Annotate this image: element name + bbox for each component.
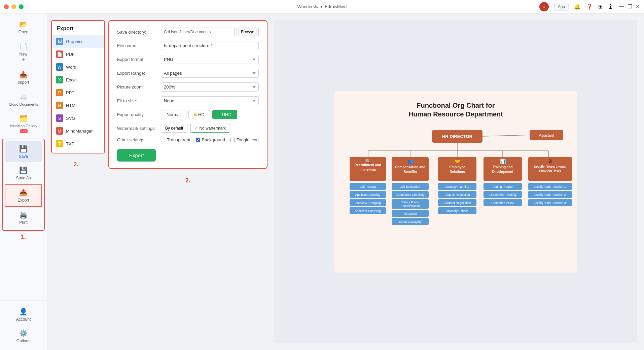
sidebar-item-save[interactable]: 💾 Save (5, 141, 42, 162)
transparent-label: Transparent (167, 137, 190, 142)
wnd-minimize-icon[interactable]: — (619, 3, 624, 10)
toggle-icon-checkbox[interactable] (230, 138, 235, 142)
app-title: Wondershare EdrawMind (297, 4, 347, 9)
avatar[interactable]: U (539, 2, 549, 11)
export-range-select[interactable]: All pages Current page (161, 69, 259, 78)
quality-hd-button[interactable]: HD (188, 110, 210, 119)
export-item-txt[interactable]: T TXT (52, 137, 104, 150)
sidebar-item-cloud[interactable]: ☁️ Cloud Documents (2, 90, 45, 110)
watermark-none-button[interactable]: ✓ No wartermark (190, 124, 230, 133)
sidebar-item-gallery[interactable]: 🗂️ MindMap Gallery Hot (2, 111, 45, 137)
transparent-checkbox-item[interactable]: Transparent (161, 137, 190, 142)
trash-icon[interactable]: 🗑 (608, 4, 613, 10)
step-1-label: 1. (0, 234, 47, 241)
txt-icon: T (56, 140, 63, 147)
step-2-label: 2. (47, 162, 105, 168)
file-name-input[interactable] (161, 41, 259, 50)
other-settings-control: Transparent Background Toggle icon (161, 137, 259, 142)
wnd-restore-icon[interactable]: ❐ (628, 3, 632, 10)
save-directory-control: Browse (161, 28, 259, 36)
sidebar-item-export[interactable]: 📤 Export (5, 184, 42, 207)
export-format-select[interactable]: PNG JPG BMP SVG (161, 55, 259, 64)
sidebar-label-save: Save (19, 154, 28, 159)
export-item-html[interactable]: H HTML (52, 99, 104, 112)
svg-text:Applicant Choosing: Applicant Choosing (355, 209, 381, 213)
svg-text:Specify "Sub-Function 3": Specify "Sub-Function 3" (534, 201, 567, 205)
sidebar-label-export: Export (17, 198, 29, 203)
fit-to-size-label: Fit to size: (117, 98, 157, 103)
svg-text:Strategy Planning: Strategy Planning (445, 185, 469, 188)
export-range-control: All pages Current page (161, 69, 259, 78)
sidebar-label-account: Account (16, 317, 31, 322)
help-icon[interactable]: ❓ (586, 3, 593, 10)
sidebar-item-print[interactable]: 🖨️ Print (5, 207, 42, 228)
fit-to-size-select[interactable]: None Fit to page (161, 96, 259, 105)
export-item-mindmanager[interactable]: M MindManager (52, 125, 104, 137)
export-label-ppt: PPT (66, 90, 74, 95)
grid-icon[interactable]: ⊞ (598, 3, 603, 10)
export-item-ppt[interactable]: P PPT (52, 86, 104, 99)
toggle-icon-checkbox-item[interactable]: Toggle icon (230, 137, 259, 142)
export-format-row: Export format: PNG JPG BMP SVG (117, 55, 259, 64)
background-checkbox-item[interactable]: Background (196, 137, 225, 142)
notification-icon[interactable]: 🔔 (574, 3, 581, 10)
quality-uhd-button[interactable]: UHD (212, 110, 237, 119)
sidebar-item-save-as[interactable]: 💾 Save As (5, 163, 42, 184)
org-title-line1: Functional Org Chart for (417, 102, 495, 109)
file-name-label: File name: (117, 43, 157, 48)
export-item-excel[interactable]: X Excel (52, 73, 104, 86)
svg-text:Applicant Sourcing: Applicant Sourcing (355, 193, 381, 197)
watermark-default-button[interactable]: By default (161, 124, 187, 133)
quality-normal-button[interactable]: Normal (161, 110, 186, 119)
export-panel-wrapper: Export 🖼 Graphics 📄 PDF W Word X Excel (47, 13, 105, 350)
svg-text:Training and: Training and (493, 165, 513, 169)
quality-uhd-label: UHD (222, 112, 231, 117)
svg-text:📊: 📊 (500, 159, 506, 164)
browse-button[interactable]: Browse (237, 28, 259, 36)
svg-text:Development: Development (492, 170, 513, 174)
transparent-checkbox[interactable] (161, 138, 165, 142)
export-item-graphics[interactable]: 🖼 Graphics (52, 35, 104, 48)
export-item-pdf[interactable]: 📄 PDF (52, 48, 104, 61)
svg-text:Compensation and: Compensation and (395, 165, 425, 169)
excel-icon: X (56, 76, 63, 83)
fit-to-size-control: None Fit to page (161, 96, 259, 105)
ppt-icon: P (56, 89, 63, 96)
watermark-row: Watermark settings: By default ✓ No wart… (117, 124, 259, 133)
wnd-close-icon[interactable]: ✕ (636, 3, 640, 10)
maximize-button[interactable] (19, 4, 24, 9)
sidebar-item-account[interactable]: 👤 Account (2, 304, 45, 325)
save-as-icon: 💾 (19, 166, 28, 174)
close-button[interactable] (4, 4, 9, 9)
main-layout: 📂 Open 📄 New + 📥 Import ☁️ Cloud Documen… (0, 13, 644, 350)
app-button[interactable]: App (554, 3, 569, 11)
quality-buttons: Normal HD UHD (161, 110, 259, 119)
export-item-word[interactable]: W Word (52, 61, 104, 73)
export-button[interactable]: Export (117, 149, 156, 162)
sidebar-item-open[interactable]: 📂 Open (2, 17, 45, 38)
picture-zoom-label: Picture zoom: (117, 84, 157, 90)
sidebar-label-save-as: Save As (16, 176, 31, 180)
sidebar-label-new: New (19, 52, 27, 57)
picture-zoom-select[interactable]: 100% 150% 200% 300% (161, 82, 259, 92)
org-chart-title: Functional Org Chart for Human Resource … (348, 101, 563, 118)
cloud-icon: ☁️ (19, 93, 28, 101)
export-label-pdf: PDF (66, 52, 75, 57)
sidebar-item-import[interactable]: 📥 Import (2, 67, 45, 88)
sidebar-label-import: Import (17, 80, 29, 85)
sidebar-item-new[interactable]: 📄 New + (2, 39, 45, 66)
save-directory-input[interactable] (161, 28, 235, 36)
svg-text:HR DIRECTOR: HR DIRECTOR (442, 134, 473, 139)
svg-text:Leadership Training: Leadership Training (490, 193, 516, 197)
import-icon: 📥 (19, 71, 28, 79)
svg-text:Relations: Relations (450, 170, 465, 174)
toggle-icon-label: Toggle icon (237, 137, 259, 142)
sidebar-item-options[interactable]: ⚙️ Options (2, 326, 45, 347)
sidebar-label-options: Options (16, 339, 30, 343)
sidebar-bottom: 👤 Account ⚙️ Options (0, 301, 47, 350)
minimize-button[interactable] (11, 4, 16, 9)
export-item-svg[interactable]: S SVG (52, 112, 104, 125)
background-checkbox[interactable] (196, 138, 200, 142)
svg-text:Function" Here: Function" Here (539, 169, 561, 172)
hd-dot-icon (194, 113, 197, 116)
